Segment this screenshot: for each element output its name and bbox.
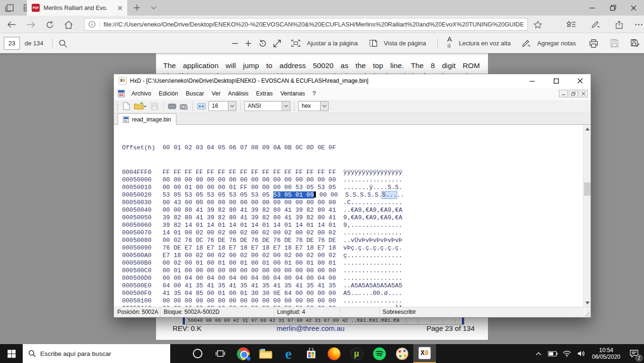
menu-item[interactable]: Ventanas — [277, 88, 309, 99]
fit-page-label[interactable]: Ajustar a la página — [307, 40, 358, 47]
taskbar-search-box[interactable] — [23, 344, 170, 363]
menu-item[interactable]: Edición — [155, 88, 182, 99]
print-icon[interactable] — [589, 39, 598, 48]
hex-editor-area[interactable]: Offset(h) 00 01 02 03 04 05 06 07 08 09 … — [114, 125, 591, 307]
favorites-hub-icon[interactable] — [565, 18, 577, 31]
menu-item[interactable]: Ver — [208, 88, 225, 99]
window-close-button[interactable] — [623, 0, 644, 16]
hex-row[interactable]: 00050070 14 01 00 02 00 02 00 02 00 02 0… — [122, 229, 591, 237]
search-icon[interactable] — [57, 37, 69, 50]
page-view-label[interactable]: Vista de página — [384, 40, 426, 47]
base-select[interactable]: hex — [298, 101, 329, 111]
page-view-icon[interactable] — [369, 39, 377, 47]
page-number-input[interactable]: 23 — [4, 37, 20, 50]
resize-grip[interactable] — [585, 311, 591, 317]
forward-icon[interactable] — [25, 18, 37, 31]
bytes-per-row-select[interactable]: 16 — [209, 101, 236, 111]
zoom-out-icon[interactable] — [232, 40, 238, 47]
ram-chip-icon[interactable] — [167, 102, 177, 111]
back-icon[interactable] — [6, 18, 18, 31]
taskbar-app-store[interactable] — [300, 344, 322, 363]
taskbar-app-utorrent[interactable]: µ — [345, 344, 368, 363]
hex-row[interactable]: 00050090 76 DE E7 18 E7 18 E7 18 E7 18 E… — [122, 244, 591, 252]
taskbar-app-edge[interactable]: e — [277, 344, 300, 363]
menu-item[interactable]: Buscar — [182, 88, 208, 99]
file-tab[interactable]: A0 read_image.bin — [118, 113, 176, 125]
hex-row[interactable]: 000500F0 41 35 04 85 00 01 00 01 30 30 0… — [122, 290, 591, 297]
hex-row[interactable]: 00050000 00 00 00 00 00 00 00 00 00 00 0… — [122, 176, 591, 184]
read-aloud-label[interactable]: Lectura en voz alta — [459, 40, 511, 47]
dropdown-chevron-icon[interactable] — [320, 102, 328, 111]
rotate-icon[interactable] — [258, 39, 267, 48]
hex-row[interactable]: 00050050 39 82 80 41 39 82 80 41 39 82 8… — [122, 214, 591, 222]
tray-clock[interactable]: 10:54 06/05/2020 — [588, 344, 624, 363]
annotate-pen-icon[interactable] — [590, 18, 602, 31]
more-menu-icon[interactable] — [633, 18, 644, 31]
vertical-scrollbar[interactable] — [583, 125, 591, 307]
start-button[interactable] — [0, 344, 23, 363]
hex-row[interactable]: 00050060 39 82 14 01 14 01 14 01 14 01 1… — [122, 222, 591, 229]
hex-row[interactable]: 000500C0 00 01 00 00 00 00 00 00 00 00 0… — [122, 267, 591, 275]
taskbar-search-input[interactable] — [40, 350, 170, 357]
menu-item[interactable]: Extras — [252, 88, 276, 99]
save-icon[interactable] — [150, 102, 159, 111]
read-aloud-icon[interactable]: A — [447, 35, 453, 52]
fullscreen-zoom-icon[interactable] — [273, 40, 281, 47]
hex-row[interactable]: 0004FFF0 FF FF FF FF FF FF FF FF FF FF F… — [122, 169, 591, 176]
taskbar-app-hxd[interactable]: X0 — [413, 344, 436, 363]
taskbar-app-paint[interactable] — [391, 344, 413, 363]
tray-expand-chevron[interactable] — [531, 344, 546, 363]
hxd-title-bar[interactable]: X0 HxD - [C:\Users\eneko\OneDrive\Deskto… — [114, 74, 591, 87]
dropdown-chevron-icon[interactable] — [282, 102, 290, 111]
share-icon[interactable] — [613, 18, 625, 31]
cortana-button[interactable] — [186, 344, 209, 363]
menu-item[interactable]: ? — [309, 88, 320, 99]
mdi-close-button[interactable] — [579, 90, 588, 97]
hxd-minimize-button[interactable] — [522, 74, 542, 87]
window-restore-button[interactable] — [602, 0, 623, 16]
wifi-icon[interactable] — [560, 344, 574, 363]
home-icon[interactable] — [62, 18, 75, 31]
taskbar-app-firefox[interactable] — [322, 344, 345, 363]
volume-icon[interactable] — [574, 344, 588, 363]
save-icon[interactable] — [610, 39, 618, 47]
hex-row[interactable]: 00050040 00 00 80 41 39 82 80 41 39 82 8… — [122, 207, 591, 214]
hex-row[interactable]: 00050010 00 00 01 00 00 00 01 FF 00 00 0… — [122, 184, 591, 191]
tab-close-icon[interactable] — [118, 6, 122, 10]
menu-item[interactable]: Archivo — [128, 88, 155, 99]
scroll-up-icon[interactable] — [583, 125, 591, 133]
hxd-maximize-button[interactable] — [546, 74, 566, 87]
footer-email-link[interactable]: merlin@three.com.au — [277, 324, 345, 332]
taskbar-app-chrome[interactable] — [232, 344, 254, 363]
dropdown-chevron-icon[interactable] — [228, 102, 236, 111]
scrollbar-thumb[interactable] — [584, 182, 591, 196]
action-center-button[interactable]: 2 — [624, 344, 644, 363]
save-as-icon[interactable] — [631, 39, 640, 47]
fit-page-icon[interactable] — [291, 40, 300, 47]
taskbar-app-file-explorer[interactable] — [254, 344, 277, 363]
new-file-icon[interactable] — [122, 102, 131, 111]
hex-row[interactable]: 00050110 00 00 00 00 00 00 F8 F8 F8 F8 F… — [122, 305, 591, 307]
new-tab-button[interactable] — [129, 0, 145, 16]
hex-row[interactable]: 00050030 00 43 00 00 00 00 00 00 00 00 0… — [122, 199, 591, 207]
hxd-close-button[interactable] — [570, 74, 591, 87]
encoding-select[interactable]: ANSI — [244, 101, 290, 111]
tabs-set-aside-icon[interactable] — [5, 3, 15, 13]
hex-row[interactable]: 000500E0 04 00 41 35 41 35 41 35 41 35 4… — [122, 282, 591, 290]
menu-item[interactable]: Análisis — [224, 88, 252, 99]
open-file-icon[interactable] — [133, 102, 148, 111]
zoom-in-icon[interactable] — [245, 40, 252, 47]
task-view-button[interactable] — [209, 344, 232, 363]
browser-tab[interactable]: PDF Merlins Ralliart and Evo. — [27, 0, 127, 16]
disk-tools-icon[interactable] — [179, 102, 189, 111]
site-info-icon[interactable] — [88, 21, 96, 28]
hex-row[interactable]: 000500A0 E7 18 00 02 00 02 00 02 00 02 0… — [122, 252, 591, 259]
favorite-star-icon[interactable] — [531, 18, 544, 31]
scroll-down-icon[interactable] — [583, 299, 591, 307]
hex-row[interactable]: 00050100 00 00 00 00 00 00 00 00 00 00 0… — [122, 297, 591, 305]
url-field[interactable]: file:///C:/Users/eneko/OneDrive/Desktop/… — [84, 18, 528, 31]
window-minimize-button[interactable] — [582, 0, 602, 16]
hex-row[interactable]: 00050080 00 02 76 DC 76 DE 76 DE 76 DE 7… — [122, 237, 591, 244]
hex-row[interactable]: 00050020 53 05 53 05 53 05 53 05 53 05 5… — [122, 191, 591, 199]
add-notes-icon[interactable] — [522, 40, 531, 47]
